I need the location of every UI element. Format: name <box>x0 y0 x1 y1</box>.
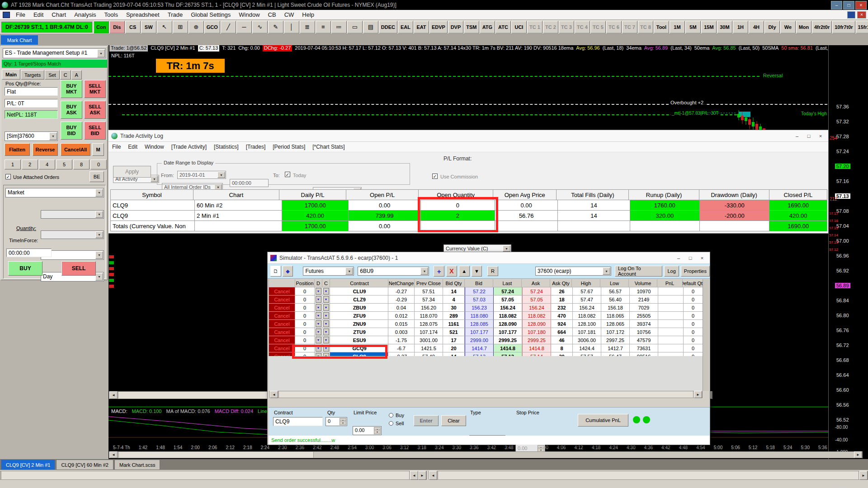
sim-column-header[interactable]: Position <box>295 279 315 287</box>
panel-tab[interactable]: C <box>60 70 71 80</box>
ask-cell[interactable]: 1414.8 <box>522 344 551 352</box>
ddec-button[interactable]: DDEC <box>379 21 397 33</box>
ask-cell[interactable]: 57.05 <box>522 296 551 304</box>
sim-title-bar[interactable]: Simulator - TransActAT 5.6.9.6 - ecarp(3… <box>268 252 710 264</box>
gco-button[interactable]: GCO <box>204 21 220 33</box>
levels-icon[interactable]: ≡ <box>316 21 331 33</box>
bid-cell[interactable]: 128.085 <box>465 320 494 328</box>
sim-column-header[interactable]: Ask Qty <box>550 279 572 287</box>
ask-cell[interactable]: 118.082 <box>522 312 551 320</box>
ask-cell[interactable]: 156.24 <box>522 304 551 312</box>
timeframe-5m-button[interactable]: 5M <box>685 21 701 33</box>
tc4-button[interactable]: TC 4 <box>575 21 590 33</box>
be-button[interactable]: BE <box>90 171 104 182</box>
r-button[interactable]: R <box>487 266 498 276</box>
menu-item[interactable]: Help <box>298 10 318 19</box>
down-arrow-icon[interactable]: ▼ <box>316 320 321 327</box>
scroll-thumb[interactable] <box>118 451 314 458</box>
tc1-button[interactable]: TC 1 <box>527 21 542 33</box>
dropdown-arrow-icon[interactable]: ▼ <box>503 245 510 252</box>
timeframe-4h-button[interactable]: 4H <box>749 21 764 33</box>
buy-bid-button[interactable]: BUYBID <box>61 122 82 140</box>
dropdown-arrow-icon[interactable]: ▼ <box>345 267 353 275</box>
sim-maximize-button[interactable]: □ <box>684 253 696 262</box>
menu-item[interactable]: Tools <box>100 10 122 19</box>
dropdown-arrow-icon[interactable]: ▼ <box>49 132 57 140</box>
edvp-button[interactable]: EDVP <box>429 21 448 33</box>
bottom-right-scrollbar[interactable]: ◄ ► <box>429 471 868 480</box>
tc2-button[interactable]: TC 2 <box>543 21 558 33</box>
use-commission-checkbox[interactable]: ✓ <box>432 174 438 179</box>
tal-column-header[interactable]: Open P/L <box>346 189 419 200</box>
d-cell[interactable]: ▼ <box>315 296 322 304</box>
log-button[interactable]: Log <box>664 266 679 277</box>
dropdown-arrow-icon[interactable]: ▼ <box>97 49 105 57</box>
stop-dropdown[interactable]: ▼ <box>41 230 104 239</box>
down-arrow-icon[interactable]: ▼ <box>323 296 329 303</box>
m-button[interactable]: M <box>92 143 104 156</box>
dropdown-arrow-icon[interactable]: ▼ <box>603 267 610 275</box>
pl-field[interactable]: P/L: 0T <box>5 99 58 108</box>
bid-cell[interactable]: 118.080 <box>465 312 494 320</box>
pointer-tool-icon[interactable]: ↖ <box>157 21 172 33</box>
market-type-dropdown[interactable]: Futures▼ <box>303 267 354 276</box>
scroll-left-icon[interactable]: ◄ <box>109 451 118 458</box>
minimize-button[interactable]: – <box>831 1 842 9</box>
menu-item[interactable]: Analysis <box>70 10 100 19</box>
tool-button[interactable]: Tool <box>654 21 669 33</box>
bottom-left-scrollbar[interactable]: ◄ ► <box>0 471 427 480</box>
quote-row[interactable]: Cancel 0 ▼ ▼ ESU9 -1.75 3001.00 17 2999.… <box>269 336 703 344</box>
bid-cell[interactable]: 2999.00 <box>465 336 494 344</box>
menu-item[interactable]: File <box>12 10 29 19</box>
sim-column-header[interactable]: Default Qty <box>683 279 703 287</box>
bid-cell[interactable]: 107.177 <box>465 328 494 336</box>
down-arrow-icon[interactable]: ▼ <box>316 312 321 319</box>
menu-item[interactable]: Chart <box>47 10 70 19</box>
sim-horizontal-scrollbar[interactable]: ◄ ► <box>269 391 703 398</box>
contract-input[interactable]: CLQ9 <box>273 417 323 426</box>
pan-tool-icon[interactable]: ⊞ <box>173 21 188 33</box>
mdi-restore-icon[interactable] <box>847 11 855 19</box>
menu-item[interactable]: Trade <box>164 10 187 19</box>
qty-preset-button[interactable]: 4 <box>39 160 55 169</box>
tc6-button[interactable]: TC 6 <box>606 21 622 33</box>
scroll-left-icon[interactable]: ◄ <box>270 391 278 398</box>
c-cell[interactable]: ▼ <box>322 312 330 320</box>
log-on-button[interactable]: Log On To Account <box>615 266 663 277</box>
sim-column-header[interactable]: Low <box>600 279 629 287</box>
tal-column-header[interactable]: Open Avg Price <box>493 189 557 200</box>
window-tab[interactable]: CLQ9 [CV] 2 Min #1 <box>1 460 55 470</box>
scroll-thumb[interactable] <box>278 391 693 398</box>
move-up-button[interactable]: ▲ <box>459 266 470 277</box>
workspace-tab-mark-chart[interactable]: Mark Chart <box>1 35 38 45</box>
contract-cell[interactable]: ZBU9 <box>330 304 388 312</box>
ask-cell[interactable]: 2999.25 <box>522 336 551 344</box>
cancel-button[interactable]: Cancel <box>269 320 295 328</box>
sell-bid-button[interactable]: SELLBID <box>84 122 106 140</box>
tal-menu-item[interactable]: [Statistics] <box>210 144 242 150</box>
draw-tool-icon[interactable]: ✎ <box>268 21 283 33</box>
quote-row[interactable]: Cancel 0 ▼ ▼ ZTU9 0.003 107.174 521 107.… <box>269 328 703 336</box>
scroll-right-icon[interactable]: ► <box>694 391 702 398</box>
tal-menu-item[interactable]: [Period Stats] <box>269 144 309 150</box>
sell-mkt-button[interactable]: SELLMKT <box>84 80 106 98</box>
cancel-button[interactable]: Cancel <box>269 287 295 296</box>
scroll-left-icon[interactable]: ◄ <box>410 471 418 480</box>
qty-preset-button[interactable]: 1 <box>5 160 21 169</box>
target-dropdown[interactable]: ▼ <box>41 210 104 219</box>
scroll-left-icon[interactable]: ◄ <box>429 471 437 480</box>
buy-ask-button[interactable]: BUYASK <box>61 101 82 119</box>
tal-close-button[interactable]: × <box>815 131 826 140</box>
cumulative-pnl-button[interactable]: Cumulative PnL <box>578 414 628 427</box>
tal-menu-item[interactable]: File <box>108 144 124 150</box>
tal-maximize-button[interactable]: □ <box>803 131 815 140</box>
bid-cell[interactable]: 57.03 <box>465 296 494 304</box>
netpl-field[interactable]: NetPL: 118T <box>5 110 58 119</box>
sim-column-header[interactable]: D <box>315 279 322 287</box>
timeframe-weekly-button[interactable]: We <box>780 21 796 33</box>
symbol-dropdown[interactable]: 6BU9▼ <box>358 267 429 276</box>
contract-cell[interactable]: CLU9 <box>330 287 388 296</box>
qty-preset-button[interactable]: 8 <box>73 160 90 169</box>
menu-item[interactable]: Window <box>235 10 264 19</box>
dropdown-arrow-icon[interactable]: ▼ <box>95 211 103 218</box>
